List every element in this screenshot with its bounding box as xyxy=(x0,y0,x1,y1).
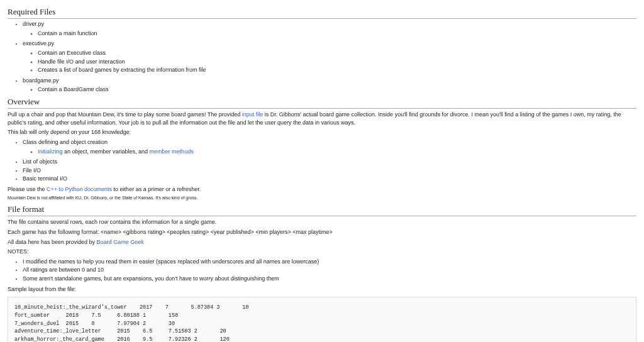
list-item: executive.py Contain an Executive class … xyxy=(23,40,636,74)
notes-label: NOTES: xyxy=(8,248,636,256)
initializing-link[interactable]: Initializing xyxy=(38,148,63,155)
list-item: Creates a list of board games by extract… xyxy=(38,66,636,74)
heading-overview: Overview xyxy=(8,96,636,109)
list-item: boardgame.py Contain a BoardGame class xyxy=(23,77,636,94)
bgg-link[interactable]: Board Game Geek xyxy=(97,239,144,245)
sample-code-block: 10_minute_heist:_the_wizard's_tower 2017… xyxy=(8,297,636,342)
cpp-python-link[interactable]: C++ to Python documents xyxy=(47,186,112,192)
list-item: File I/O xyxy=(23,167,636,175)
file-name: executive.py xyxy=(23,40,54,47)
required-files-list: driver.py Contain a main function execut… xyxy=(8,20,636,94)
fileformat-line1: The file contains several rows, each row… xyxy=(8,218,636,226)
list-item: All ratings are between 0 and 10 xyxy=(23,266,636,274)
overview-list: Class defining and object creation Initi… xyxy=(8,138,636,183)
list-item: Class defining and object creation Initi… xyxy=(23,138,636,155)
heading-file-format: File format xyxy=(8,204,636,216)
overview-fineprint: Mountain Dew is not affiliated with KU, … xyxy=(8,195,636,201)
fileformat-line3: All data here has been provided by Board… xyxy=(8,238,636,246)
member-methods-link[interactable]: member methods xyxy=(150,148,194,155)
file-name: driver.py xyxy=(23,21,44,27)
list-item: Contain a BoardGame class xyxy=(38,86,636,94)
list-item: Contain a main function xyxy=(38,30,636,38)
list-item: List of objects xyxy=(23,158,636,166)
notes-list: I modified the names to help you read th… xyxy=(8,258,636,283)
file-name: boardgame.py xyxy=(23,77,59,84)
list-item: I modified the names to help you read th… xyxy=(23,258,636,266)
overview-intro: Pull up a chair and pop that Mountain De… xyxy=(8,111,636,126)
overview-please: Please use the C++ to Python documents t… xyxy=(8,185,636,194)
fileformat-line2: Each game has the following format: <nam… xyxy=(8,228,636,236)
list-item: Contain an Executive class xyxy=(38,49,636,57)
list-item: Handle file I/O and user interaction xyxy=(38,58,636,66)
list-item: Basic terminal I/O xyxy=(23,175,636,183)
input-file-link[interactable]: input file xyxy=(242,111,264,118)
list-item: driver.py Contain a main function xyxy=(23,20,636,37)
heading-required-files: Required Files xyxy=(8,6,636,19)
sample-label: Sample layout from the file: xyxy=(8,285,636,294)
overview-depend: This lab will only depend on your 168 kn… xyxy=(8,128,636,136)
list-item: Some aren't standalone games, but are ex… xyxy=(23,275,636,283)
list-item: Initializing an object, member variables… xyxy=(38,148,636,156)
